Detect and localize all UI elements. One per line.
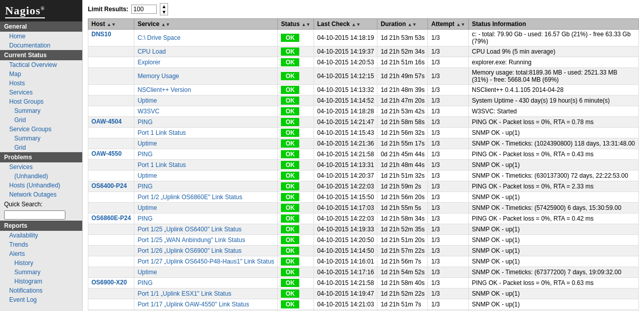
cell-service[interactable]: C:\ Drive Space xyxy=(134,30,278,46)
service-link[interactable]: Port 1/25 „WAN Anbindung" Link Status xyxy=(137,236,245,244)
sidebar-item-availability[interactable]: Availability xyxy=(0,231,82,240)
sidebar-item-grid-sg[interactable]: Grid xyxy=(0,143,82,152)
sidebar-item-documentation[interactable]: Documentation xyxy=(0,41,82,50)
cell-service[interactable]: CPU Load xyxy=(134,46,278,57)
sidebar-item-alerts-summary[interactable]: Summary xyxy=(0,268,82,277)
cell-service[interactable]: Port 1 Link Status xyxy=(134,160,278,171)
cell-service[interactable]: Port 1 Link Status xyxy=(134,128,278,138)
col-attempt[interactable]: Attempt ▲▼ xyxy=(428,19,469,30)
cell-service[interactable]: PING xyxy=(134,278,278,289)
service-link[interactable]: Explorer xyxy=(137,59,160,66)
cell-service[interactable]: NSClient++ Version xyxy=(134,85,278,95)
sort-service-icon[interactable]: ▲▼ xyxy=(161,22,170,27)
sidebar-item-notifications[interactable]: Notifications xyxy=(0,286,82,295)
service-link[interactable]: Port 1/26 „Uplink OS6900" Link Status xyxy=(137,247,242,254)
sidebar-item-network-outages[interactable]: Network Outages xyxy=(0,190,82,199)
cell-service[interactable]: Uptime xyxy=(134,95,278,106)
col-service[interactable]: Service ▲▼ xyxy=(134,19,278,30)
cell-service[interactable]: Memory Usage xyxy=(134,68,278,85)
host-link[interactable]: OAW-4504 xyxy=(91,118,122,125)
sidebar-item-alerts-history[interactable]: History xyxy=(0,258,82,268)
cell-service[interactable]: Port 1/27 „Uplink OS6450-P48-Haus1" Link… xyxy=(134,256,278,267)
service-link[interactable]: Uptime xyxy=(137,140,157,147)
sidebar-item-trends[interactable]: Trends xyxy=(0,240,82,249)
service-link[interactable]: PING xyxy=(137,183,152,190)
cell-host[interactable]: OS6860E-P24 xyxy=(88,213,134,224)
sidebar-item-problems-services[interactable]: Services xyxy=(0,162,82,172)
cell-service[interactable]: Port 1/1 „Uplink ESX1" Link Status xyxy=(134,289,278,299)
service-link[interactable]: Port 1 Link Status xyxy=(137,161,186,169)
cell-service[interactable]: Uptime xyxy=(134,203,278,213)
service-link[interactable]: PING xyxy=(137,118,152,126)
sidebar-item-problems-services-unhandled[interactable]: (Unhandled) xyxy=(0,172,82,181)
host-link[interactable]: OS6900-X20 xyxy=(91,279,127,286)
sidebar-item-service-groups[interactable]: Service Groups xyxy=(0,125,82,134)
sidebar-item-map[interactable]: Map xyxy=(0,69,82,79)
cell-host[interactable]: OAW-4550 xyxy=(88,149,134,160)
sidebar-item-alerts[interactable]: Alerts xyxy=(0,249,82,258)
sort-host-icon[interactable]: ▲▼ xyxy=(107,22,116,27)
cell-service[interactable]: PING xyxy=(134,149,278,160)
sidebar-item-grid-hg[interactable]: Grid xyxy=(0,115,82,125)
service-link[interactable]: Port 1 Link Status xyxy=(137,129,186,136)
host-link[interactable]: DNS10 xyxy=(91,31,111,38)
col-duration[interactable]: Duration ▲▼ xyxy=(377,19,428,30)
col-status[interactable]: Status ▲▼ xyxy=(278,19,314,30)
service-link[interactable]: Uptime xyxy=(137,204,157,211)
cell-service[interactable]: Port 1/2 „Uplink OS6860E" Link Status xyxy=(134,192,278,203)
cell-service[interactable]: Port 1/17 „Uplink OAW-4550" Link Status xyxy=(134,299,278,310)
sort-status-icon[interactable]: ▲▼ xyxy=(301,22,311,27)
service-link[interactable]: Uptime xyxy=(137,269,157,276)
col-last-check[interactable]: Last Check ▲▼ xyxy=(314,19,377,30)
cell-host[interactable]: OS6400-P24 xyxy=(88,181,134,192)
host-link[interactable]: OS6860E-P24 xyxy=(91,214,131,222)
service-link[interactable]: Memory Usage xyxy=(137,73,179,80)
service-link[interactable]: Port 1/17 „Uplink OAW-4550" Link Status xyxy=(137,301,249,308)
host-link[interactable]: OS6400-P24 xyxy=(91,182,127,189)
cell-service[interactable]: Port 1/25 „WAN Anbindung" Link Status xyxy=(134,235,278,246)
service-link[interactable]: PING xyxy=(137,215,152,222)
cell-service[interactable]: Explorer xyxy=(134,57,278,68)
sort-last-check-icon[interactable]: ▲▼ xyxy=(351,22,361,27)
limit-spinner[interactable]: ▲▼ xyxy=(160,3,168,15)
col-host[interactable]: Host ▲▼ xyxy=(88,19,134,30)
sidebar-item-summary-sg[interactable]: Summary xyxy=(0,134,82,143)
service-link[interactable]: Port 1/25 „Uplink OS6400" Link Status xyxy=(137,226,242,233)
sidebar-item-event-log[interactable]: Event Log xyxy=(0,295,82,304)
service-link[interactable]: NSClient++ Version xyxy=(137,86,191,93)
sidebar-item-problems-hosts-unhandled[interactable]: Hosts (Unhandled) xyxy=(0,181,82,190)
sidebar-item-alerts-histogram[interactable]: Histogram xyxy=(0,277,82,286)
service-link[interactable]: Uptime xyxy=(137,97,157,104)
cell-service[interactable]: Uptime xyxy=(134,171,278,181)
quick-search-input[interactable] xyxy=(4,210,65,220)
sort-attempt-icon[interactable]: ▲▼ xyxy=(456,22,465,27)
service-link[interactable]: PING xyxy=(137,279,152,286)
cell-service[interactable]: PING xyxy=(134,213,278,224)
service-link[interactable]: C:\ Drive Space xyxy=(137,34,180,41)
service-link[interactable]: W3SVC xyxy=(137,108,159,115)
cell-host[interactable]: OS6900-X20 xyxy=(88,278,134,289)
sidebar-item-host-groups[interactable]: Host Groups xyxy=(0,97,82,106)
service-link[interactable]: Port 1/27 „Uplink OS6450-P48-Haus1" Link… xyxy=(137,258,274,265)
cell-service[interactable]: Uptime xyxy=(134,267,278,278)
cell-host[interactable]: OAW-4504 xyxy=(88,117,134,128)
host-link[interactable]: OAW-4550 xyxy=(91,150,122,157)
cell-service[interactable]: Port 1/25 „Uplink OS6400" Link Status xyxy=(134,224,278,235)
cell-host[interactable]: DNS10 xyxy=(88,30,134,46)
sidebar-item-summary-hg[interactable]: Summary xyxy=(0,106,82,115)
sort-duration-icon[interactable]: ▲▼ xyxy=(408,22,417,27)
sidebar-item-home[interactable]: Home xyxy=(0,32,82,41)
sidebar-item-tactical-overview[interactable]: Tactical Overview xyxy=(0,60,82,69)
service-link[interactable]: CPU Load xyxy=(137,48,165,55)
sidebar-item-hosts[interactable]: Hosts xyxy=(0,79,82,88)
sidebar-item-services[interactable]: Services xyxy=(0,88,82,97)
service-link[interactable]: Port 1/1 „Uplink ESX1" Link Status xyxy=(137,290,231,297)
cell-service[interactable]: Uptime xyxy=(134,138,278,149)
cell-service[interactable]: PING xyxy=(134,117,278,128)
service-link[interactable]: PING xyxy=(137,151,152,158)
service-link[interactable]: Port 1/2 „Uplink OS6860E" Link Status xyxy=(137,194,242,201)
service-link[interactable]: Uptime xyxy=(137,172,157,179)
limit-input[interactable] xyxy=(131,5,157,14)
cell-service[interactable]: Port 1/26 „Uplink OS6900" Link Status xyxy=(134,246,278,256)
cell-service[interactable]: PING xyxy=(134,181,278,192)
